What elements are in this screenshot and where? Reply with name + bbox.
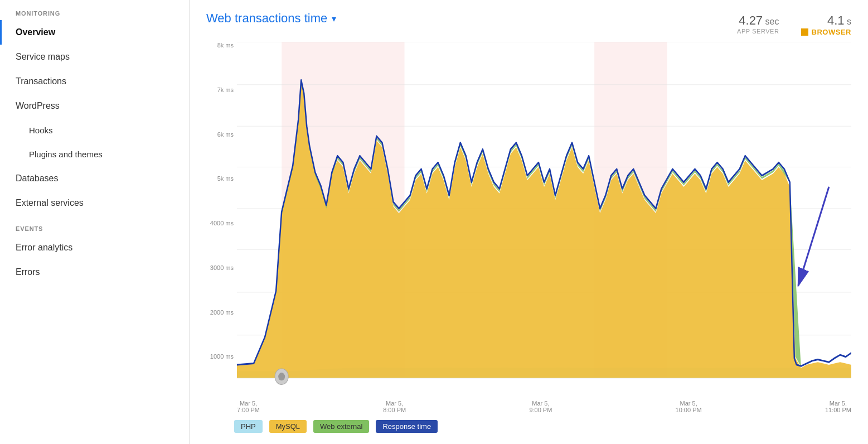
x-label-3: Mar 5,9:00 PM — [529, 400, 552, 413]
sidebar-item-hooks[interactable]: Hooks — [0, 118, 189, 142]
chart-title-text: Web transactions time — [206, 11, 327, 26]
y-label-3000: 3000 ms — [210, 264, 234, 271]
chart-legend: PHP MySQL Web external Response time — [206, 413, 851, 433]
legend-response-time: Response time — [376, 420, 438, 433]
app-server-stat: 4.27 sec APP SERVER — [737, 13, 779, 35]
app-server-unit: sec — [765, 17, 779, 26]
chart-container: 8k ms 7k ms 6k ms 5k ms 4000 ms 3000 ms … — [206, 42, 851, 433]
x-label-5: Mar 5,11:00 PM — [825, 400, 851, 413]
browser-value: 4.1 — [827, 13, 845, 27]
chart-svg — [237, 42, 851, 398]
sidebar-item-label: Errors — [16, 267, 40, 277]
legend-mysql: MySQL — [269, 420, 307, 433]
sidebar-item-plugins-themes[interactable]: Plugins and themes — [0, 142, 189, 166]
sidebar-item-service-maps[interactable]: Service maps — [0, 45, 189, 69]
sidebar-item-external-services[interactable]: External services — [0, 191, 189, 215]
y-label-4000: 4000 ms — [210, 220, 234, 226]
y-label-7k: 7k ms — [217, 86, 234, 93]
legend-response-label: Response time — [382, 422, 431, 431]
legend-php: PHP — [234, 420, 263, 433]
x-axis: Mar 5,7:00 PM Mar 5,8:00 PM Mar 5,9:00 P… — [237, 398, 851, 413]
sidebar-item-overview[interactable]: Overview — [0, 20, 189, 45]
y-axis: 8k ms 7k ms 6k ms 5k ms 4000 ms 3000 ms … — [206, 42, 237, 398]
legend-php-label: PHP — [241, 422, 256, 431]
app-server-value: 4.27 — [739, 13, 763, 27]
y-label-5k: 5k ms — [217, 175, 234, 182]
legend-web-external: Web external — [313, 420, 369, 433]
y-label-2000: 2000 ms — [210, 309, 234, 316]
sidebar-item-label: Hooks — [29, 126, 53, 135]
browser-unit: s — [847, 17, 851, 26]
browser-color-square — [801, 28, 808, 36]
browser-stat: 4.1 s BROWSER — [801, 13, 851, 36]
svg-point-16 — [278, 373, 285, 380]
sidebar-item-transactions[interactable]: Transactions — [0, 69, 189, 94]
sidebar-item-label: Databases — [16, 173, 59, 184]
sidebar-item-label: External services — [16, 198, 84, 208]
sidebar-item-error-analytics[interactable]: Error analytics — [0, 235, 189, 260]
header-stats: 4.27 sec APP SERVER 4.1 s BROWSER — [737, 11, 851, 36]
sidebar-item-wordpress[interactable]: WordPress — [0, 94, 189, 118]
y-label-1000: 1000 ms — [210, 353, 234, 360]
events-section-label: EVENTS — [0, 215, 189, 235]
sidebar-item-label: Transactions — [16, 76, 66, 86]
sidebar-item-label: Plugins and themes — [29, 149, 103, 159]
header-row: Web transactions time ▾ 4.27 sec APP SER… — [206, 11, 851, 36]
x-label-2: Mar 5,8:00 PM — [383, 400, 406, 413]
browser-label: BROWSER — [801, 28, 851, 36]
sidebar: MONITORING Overview Service maps Transac… — [0, 0, 190, 444]
sidebar-item-label: Service maps — [16, 52, 70, 62]
sidebar-item-errors[interactable]: Errors — [0, 260, 189, 284]
sidebar-item-label: WordPress — [16, 101, 60, 111]
y-label-6k: 6k ms — [217, 131, 234, 138]
browser-label-text: BROWSER — [811, 28, 851, 36]
sidebar-item-label: Overview — [16, 27, 55, 37]
app-server-label: APP SERVER — [737, 28, 779, 35]
sidebar-item-label: Error analytics — [16, 243, 72, 253]
sidebar-item-databases[interactable]: Databases — [0, 166, 189, 191]
monitoring-section-label: MONITORING — [0, 0, 189, 20]
y-label-8k: 8k ms — [217, 42, 234, 49]
chart-svg-wrapper: 8k ms 7k ms 6k ms 5k ms 4000 ms 3000 ms … — [206, 42, 851, 413]
chevron-down-icon[interactable]: ▾ — [332, 13, 336, 24]
svg-line-17 — [798, 187, 829, 286]
chart-title[interactable]: Web transactions time ▾ — [206, 11, 336, 26]
legend-webext-label: Web external — [320, 422, 362, 431]
main-content: Web transactions time ▾ 4.27 sec APP SER… — [190, 0, 868, 444]
x-label-1: Mar 5,7:00 PM — [237, 400, 260, 413]
x-label-4: Mar 5,10:00 PM — [676, 400, 702, 413]
legend-mysql-label: MySQL — [276, 422, 300, 431]
